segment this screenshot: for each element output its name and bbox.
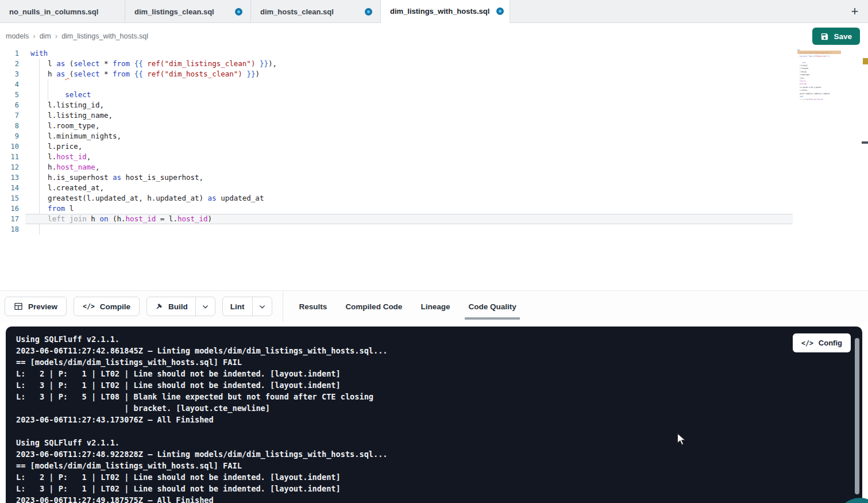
terminal-scrollbar[interactable] xyxy=(855,338,859,494)
file-tab-label: dim_listings_with_hosts.sql xyxy=(390,7,489,16)
line-number: 6 xyxy=(0,100,19,110)
tab-compiled-code[interactable]: Compiled Code xyxy=(345,291,402,322)
terminal-panel: Using SQLFluff v2.1.1. 2023-06-06T11:27:… xyxy=(0,322,868,503)
code-line[interactable]: 18 xyxy=(0,224,868,235)
code-icon: </> xyxy=(83,302,95,310)
line-number: 14 xyxy=(0,183,19,193)
code-line[interactable]: 15 greatest(l.updated_at, h.updated_at) … xyxy=(0,193,868,203)
file-tab-label: no_nulls_in_columns.sql xyxy=(9,7,98,16)
preview-label: Preview xyxy=(28,302,57,311)
breadcrumb-item[interactable]: dim_listings_with_hosts.sql xyxy=(61,32,148,40)
line-number: 8 xyxy=(0,121,19,131)
line-number: 1 xyxy=(0,48,19,59)
line-number: 4 xyxy=(0,79,19,90)
lint-button[interactable]: Lint xyxy=(223,297,252,316)
lint-label: Lint xyxy=(230,302,245,311)
line-number: 9 xyxy=(0,131,19,141)
build-button[interactable]: Build xyxy=(147,297,195,316)
breadcrumb: models›dim›dim_listings_with_hosts.sql xyxy=(6,24,148,48)
code-line[interactable]: 6 l.listing_id, xyxy=(0,100,868,110)
lint-output-terminal[interactable]: Using SQLFluff v2.1.1. 2023-06-06T11:27:… xyxy=(6,327,862,503)
tab-results[interactable]: Results xyxy=(299,291,327,322)
file-tab[interactable]: dim_listings_with_hosts.sql xyxy=(381,0,510,23)
unsaved-changes-icon xyxy=(496,7,504,15)
overview-ruler-cursor-marker xyxy=(862,141,868,144)
new-tab-button[interactable]: + xyxy=(846,3,863,20)
config-label: Config xyxy=(819,339,842,347)
code-editor[interactable]: 1with2 l as (select * from {{ ref("dim_l… xyxy=(0,48,868,290)
floppy-disk-icon xyxy=(820,32,829,41)
minimap[interactable]: with l as (select * from {{ ref("dim_lis… xyxy=(797,48,842,152)
file-tab[interactable]: dim_hosts_clean.sql xyxy=(251,0,381,23)
code-line[interactable]: 3 h as (select * from {{ ref("dim_hosts_… xyxy=(0,69,868,79)
compile-button[interactable]: </> Compile xyxy=(74,297,140,316)
code-line[interactable]: 17 left join h on (h.host_id = l.host_id… xyxy=(0,214,868,224)
terminal-output: Using SQLFluff v2.1.1. 2023-06-06T11:27:… xyxy=(16,333,388,503)
line-number: 11 xyxy=(0,152,19,162)
code-line[interactable]: 9 l.minimum_nights, xyxy=(0,131,868,141)
lint-split-button: Lint xyxy=(222,297,272,316)
line-number: 18 xyxy=(0,224,19,235)
save-button[interactable]: Save xyxy=(812,28,860,45)
line-number: 13 xyxy=(0,172,19,183)
line-number: 2 xyxy=(0,59,19,69)
file-tab-label: dim_hosts_clean.sql xyxy=(260,7,334,16)
breadcrumb-item[interactable]: models xyxy=(6,32,29,40)
code-line[interactable]: 2 l as (select * from {{ ref("dim_listin… xyxy=(0,59,868,69)
file-tab-bar: no_nulls_in_columns.sqldim_listings_clea… xyxy=(0,0,868,23)
breadcrumb-item[interactable]: dim xyxy=(40,32,51,40)
breadcrumb-separator: › xyxy=(33,32,35,40)
chevron-down-icon xyxy=(259,303,266,310)
file-tab[interactable]: dim_listings_clean.sql xyxy=(125,0,251,23)
line-number: 5 xyxy=(0,90,19,100)
line-number: 3 xyxy=(0,69,19,79)
lint-dropdown-button[interactable] xyxy=(252,297,272,316)
file-tab[interactable]: no_nulls_in_columns.sql xyxy=(0,0,125,23)
build-label: Build xyxy=(168,302,188,311)
minimap-highlight xyxy=(797,51,841,54)
breadcrumb-separator: › xyxy=(55,32,57,40)
toolbar-divider xyxy=(283,291,283,322)
line-number: 15 xyxy=(0,193,19,203)
code-line[interactable]: 4 xyxy=(0,79,868,90)
chevron-down-icon xyxy=(202,303,209,310)
line-number: 7 xyxy=(0,110,19,121)
code-line[interactable]: 13 h.is_superhost as host_is_superhost, xyxy=(0,172,868,183)
action-toolbar: Preview </> Compile Build xyxy=(0,290,868,322)
preview-button[interactable]: Preview xyxy=(5,297,67,316)
code-icon: </> xyxy=(801,339,813,347)
code-line[interactable]: 14 l.created_at, xyxy=(0,183,868,193)
code-line[interactable]: 1with xyxy=(0,48,868,59)
hammer-icon xyxy=(155,302,163,311)
code-line[interactable]: 7 l.listing_name, xyxy=(0,110,868,121)
code-line[interactable]: 8 l.room_type, xyxy=(0,121,868,131)
table-icon xyxy=(14,302,23,311)
code-line[interactable]: 10 l.price, xyxy=(0,141,868,152)
config-button[interactable]: </> Config xyxy=(793,333,851,352)
result-tabs: Results Compiled Code Lineage Code Quali… xyxy=(299,291,516,322)
line-number: 16 xyxy=(0,203,19,214)
unsaved-changes-icon xyxy=(235,8,242,16)
compile-label: Compile xyxy=(100,302,130,311)
build-dropdown-button[interactable] xyxy=(195,297,215,316)
unsaved-changes-icon xyxy=(365,8,372,16)
dbt-cloud-ide: { "colors": { "save": "#0e7569", "kw": "… xyxy=(0,0,868,503)
code-line[interactable]: 16 from l xyxy=(0,203,868,214)
tab-lineage[interactable]: Lineage xyxy=(421,291,450,322)
line-number: 17 xyxy=(0,214,19,224)
file-tab-label: dim_listings_clean.sql xyxy=(134,7,214,16)
file-header-row: models›dim›dim_listings_with_hosts.sql S… xyxy=(0,24,868,48)
code-line[interactable]: 11 l.host_id, xyxy=(0,152,868,162)
line-number: 10 xyxy=(0,141,19,152)
overview-ruler-warning-marker xyxy=(863,58,868,64)
code-line[interactable]: 5 select xyxy=(0,90,868,100)
build-split-button: Build xyxy=(146,297,215,316)
code-line[interactable]: 12 h.host_name, xyxy=(0,162,868,172)
tab-code-quality[interactable]: Code Quality xyxy=(468,291,516,322)
save-label: Save xyxy=(834,32,852,41)
line-number: 12 xyxy=(0,162,19,172)
